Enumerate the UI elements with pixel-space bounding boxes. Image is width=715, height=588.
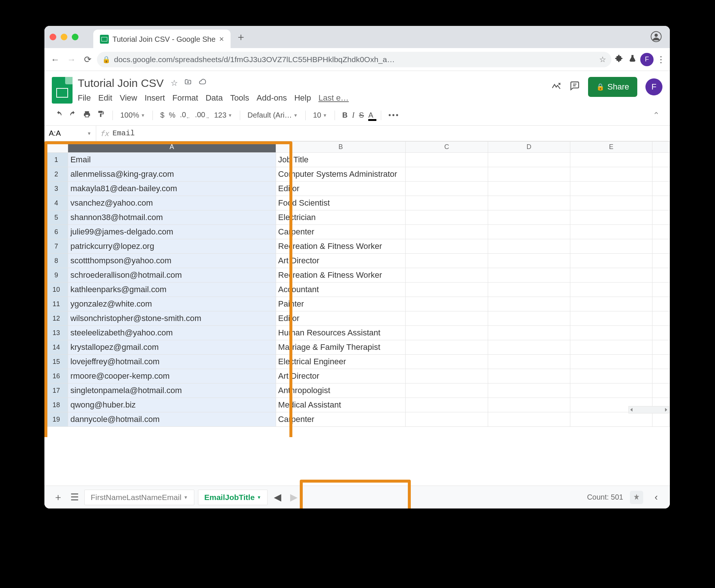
cell[interactable] (488, 326, 570, 340)
browser-menu-icon[interactable]: ⋮ (656, 54, 666, 65)
cell[interactable]: Anthropologist (276, 383, 406, 398)
cell[interactable]: Carpenter (276, 412, 406, 427)
bold-icon[interactable]: B (342, 111, 348, 119)
cell[interactable] (406, 369, 488, 383)
increase-decimal-icon[interactable]: .00→ (195, 111, 210, 120)
cell[interactable] (570, 311, 652, 326)
decrease-decimal-icon[interactable]: .0← (180, 111, 191, 120)
cell[interactable]: Medical Assistant (276, 398, 406, 412)
cell[interactable]: makayla81@dean-bailey.com (68, 182, 276, 196)
cell[interactable] (406, 254, 488, 268)
cell[interactable]: qwong@huber.biz (68, 398, 276, 412)
cell[interactable] (570, 153, 652, 167)
row-header[interactable]: 8 (45, 254, 68, 268)
cell[interactable] (488, 254, 570, 268)
more-formats-dropdown[interactable]: 123▼ (214, 111, 232, 119)
text-color-icon[interactable]: A (368, 111, 373, 119)
cell[interactable] (652, 239, 670, 254)
cell[interactable] (570, 412, 652, 427)
cell[interactable] (652, 196, 670, 210)
cell[interactable] (652, 369, 670, 383)
scroll-tabs-right-icon[interactable]: ▶ (288, 491, 300, 503)
cell[interactable] (570, 225, 652, 239)
cell[interactable] (652, 340, 670, 355)
cell[interactable] (406, 210, 488, 225)
cell[interactable] (488, 268, 570, 283)
cell[interactable] (570, 297, 652, 311)
row-header[interactable]: 14 (45, 340, 68, 355)
cell[interactable]: rmoore@cooper-kemp.com (68, 369, 276, 383)
sheet-tab-2[interactable]: EmailJobTitle▼ (198, 490, 268, 505)
currency-icon[interactable]: $ (160, 111, 164, 119)
cell[interactable] (488, 369, 570, 383)
cell[interactable] (406, 412, 488, 427)
row-header[interactable]: 17 (45, 383, 68, 398)
menu-addons[interactable]: Add-ons (256, 93, 287, 103)
cell[interactable]: lovejeffrey@hotmail.com (68, 355, 276, 369)
name-box[interactable]: A:A▼ (44, 126, 96, 141)
cell[interactable] (652, 383, 670, 398)
cell[interactable] (652, 355, 670, 369)
cell[interactable] (488, 210, 570, 225)
cell[interactable] (570, 369, 652, 383)
row-header[interactable]: 19 (45, 412, 68, 427)
italic-icon[interactable]: I (352, 111, 355, 119)
cell[interactable] (488, 297, 570, 311)
cell[interactable]: Accountant (276, 283, 406, 297)
cell[interactable] (488, 153, 570, 167)
cell[interactable]: allenmelissa@king-gray.com (68, 167, 276, 182)
cell[interactable]: Art Director (276, 254, 406, 268)
account-avatar[interactable]: F (645, 78, 662, 95)
horizontal-scrollbar[interactable] (628, 406, 669, 413)
cell[interactable]: scottthompson@yahoo.com (68, 254, 276, 268)
cell[interactable]: Recreation & Fitness Worker (276, 268, 406, 283)
minimize-window-button[interactable] (61, 34, 67, 40)
cell[interactable] (406, 225, 488, 239)
cell[interactable] (570, 182, 652, 196)
cell[interactable] (652, 167, 670, 182)
cell[interactable]: singletonpamela@hotmail.com (68, 383, 276, 398)
more-toolbar-icon[interactable]: ••• (389, 111, 400, 119)
cell[interactable]: Email (68, 153, 276, 167)
cell[interactable]: Human Resources Assistant (276, 326, 406, 340)
menu-format[interactable]: Format (172, 93, 198, 103)
column-header-A[interactable]: A (68, 142, 276, 153)
forward-button[interactable]: → (64, 54, 78, 65)
cell[interactable]: dannycole@hotmail.com (68, 412, 276, 427)
cell[interactable] (570, 239, 652, 254)
row-header[interactable]: 16 (45, 369, 68, 383)
font-size-dropdown[interactable]: 10▼ (313, 111, 327, 119)
cell[interactable] (406, 383, 488, 398)
cell[interactable] (570, 254, 652, 268)
cell[interactable] (488, 398, 570, 412)
cell[interactable] (652, 254, 670, 268)
cell[interactable] (406, 283, 488, 297)
cell[interactable]: Art Director (276, 369, 406, 383)
row-header[interactable]: 7 (45, 239, 68, 254)
percent-icon[interactable]: % (169, 111, 175, 119)
row-header[interactable]: 2 (45, 167, 68, 182)
column-header-D[interactable]: D (488, 142, 570, 153)
menu-tools[interactable]: Tools (230, 93, 249, 103)
cell[interactable] (570, 283, 652, 297)
cell[interactable] (406, 326, 488, 340)
cell[interactable]: julie99@james-delgado.com (68, 225, 276, 239)
cell[interactable] (652, 412, 670, 427)
cell[interactable] (406, 153, 488, 167)
cell[interactable]: krystallopez@gmail.com (68, 340, 276, 355)
cell[interactable] (570, 196, 652, 210)
menu-data[interactable]: Data (205, 93, 222, 103)
collapse-toolbar-icon[interactable]: ⌃ (653, 111, 659, 120)
cell[interactable]: Marriage & Family Therapist (276, 340, 406, 355)
selection-count[interactable]: Count: 501 (587, 493, 623, 501)
cell[interactable] (488, 311, 570, 326)
explore-button[interactable] (630, 491, 643, 504)
cell[interactable]: Food Scientist (276, 196, 406, 210)
labs-icon[interactable] (627, 54, 638, 65)
formula-input[interactable]: Email (113, 129, 135, 138)
row-header[interactable]: 3 (45, 182, 68, 196)
all-sheets-button[interactable]: ☰ (68, 491, 81, 503)
row-header[interactable]: 12 (45, 311, 68, 326)
sheet-tab-1[interactable]: FirstNameLastNameEmail▼ (84, 490, 194, 505)
cell[interactable]: Recreation & Fitness Worker (276, 239, 406, 254)
